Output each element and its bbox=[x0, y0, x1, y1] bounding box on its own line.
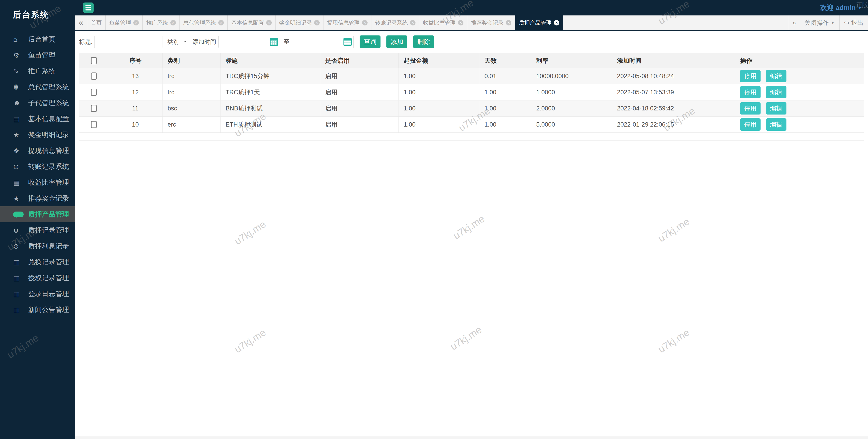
tab-close-icon[interactable]: ✕ bbox=[314, 20, 320, 25]
add-button[interactable]: 添加 bbox=[386, 35, 407, 48]
sidebar-item-pledge-products[interactable]: 质押产品管理 bbox=[0, 206, 75, 222]
edit-button[interactable]: 编辑 bbox=[766, 102, 786, 115]
sidebar-item-fry-management[interactable]: ⚙ 鱼苗管理 bbox=[0, 47, 75, 63]
sidebar-item-authorization-records[interactable]: ▥ 授权记录管理 bbox=[0, 270, 75, 286]
cell-category: trc bbox=[162, 84, 221, 100]
tab-withdrawal-info[interactable]: 提现信息管理 ✕ bbox=[323, 16, 371, 30]
tab-bar-spacer bbox=[563, 16, 789, 30]
cell-title: BNB质押测试 bbox=[221, 100, 320, 117]
sidebar-item-label: 新闻公告管理 bbox=[28, 305, 69, 315]
date-from-input[interactable] bbox=[219, 36, 267, 48]
sidebar-item-exchange-records[interactable]: ▥ 兑换记录管理 bbox=[0, 254, 75, 270]
main-content: 标题: 类别 添加时间 至 查询 添加 删除 bbox=[75, 31, 868, 439]
tab-close-icon[interactable]: ✕ bbox=[410, 20, 415, 25]
cell-rate: 10000.0000 bbox=[531, 68, 612, 84]
select-all-checkbox[interactable] bbox=[91, 57, 97, 64]
tab-close-icon[interactable]: ✕ bbox=[458, 20, 463, 25]
column-header-enabled: 是否启用 bbox=[320, 53, 398, 68]
stop-button[interactable]: 停用 bbox=[740, 118, 761, 131]
calendar-icon[interactable] bbox=[343, 38, 352, 46]
menu-toggle-button[interactable] bbox=[83, 2, 94, 13]
tab-basic-info-config[interactable]: 基本信息配置 ✕ bbox=[228, 16, 276, 30]
edit-button[interactable]: 编辑 bbox=[766, 118, 786, 131]
sidebar-item-referral-bonus[interactable]: ★ 推荐奖金记录 bbox=[0, 191, 75, 206]
tab-close-icon[interactable]: ✕ bbox=[362, 20, 368, 25]
filter-toolbar: 标题: 类别 添加时间 至 查询 添加 删除 bbox=[79, 35, 864, 49]
sidebar-item-profit-ratio[interactable]: ▦ 收益比率管理 bbox=[0, 175, 75, 191]
query-button[interactable]: 查询 bbox=[360, 35, 380, 48]
sidebar-item-basic-info-config[interactable]: ▤ 基本信息配置 bbox=[0, 111, 75, 127]
logout-button[interactable]: ↪ 退出 bbox=[839, 16, 868, 30]
sidebar-item-withdrawal-info[interactable]: ❖ 提现信息管理 bbox=[0, 143, 75, 158]
cell-rate: 2.0000 bbox=[531, 100, 612, 117]
tab-close-icon[interactable]: ✕ bbox=[218, 20, 224, 25]
tab-promotion-system[interactable]: 推广系统 ✕ bbox=[143, 16, 180, 30]
sidebar-item-label: 基本信息配置 bbox=[28, 114, 69, 124]
tab-fry-management[interactable]: 鱼苗管理 ✕ bbox=[105, 16, 143, 30]
sidebar-item-label: 收益比率管理 bbox=[28, 178, 69, 187]
row-checkbox[interactable] bbox=[91, 121, 97, 128]
date-to-input[interactable] bbox=[292, 36, 341, 48]
cell-days: 1.00 bbox=[479, 117, 531, 133]
tab-close-icon[interactable]: ✕ bbox=[506, 20, 512, 25]
sidebar-item-bonus-detail-records[interactable]: ★ 奖金明细记录 bbox=[0, 127, 75, 143]
sidebar-item-pledge-records[interactable]: ∪ 质押记录管理 bbox=[0, 222, 75, 238]
tab-label: 收益比率管理 bbox=[423, 19, 456, 26]
sidebar-item-news-announcements[interactable]: ▥ 新闻公告管理 bbox=[0, 302, 75, 318]
edit-button[interactable]: 编辑 bbox=[766, 86, 786, 98]
book-icon: ▥ bbox=[13, 274, 24, 282]
scroll-tabs-right-button[interactable]: » bbox=[789, 16, 800, 30]
user-menu[interactable]: 欢迎 admin ▼ bbox=[820, 0, 862, 16]
close-operations-dropdown[interactable]: 关闭操作 ▼ bbox=[800, 16, 839, 30]
tab-close-icon[interactable]: ✕ bbox=[133, 20, 139, 25]
sidebar-item-login-logs[interactable]: ▥ 登录日志管理 bbox=[0, 286, 75, 302]
double-right-chevron-icon: » bbox=[793, 19, 796, 26]
book-icon: ▥ bbox=[13, 290, 24, 298]
sidebar-item-label: 推荐奖金记录 bbox=[28, 194, 69, 203]
tab-close-icon[interactable]: ✕ bbox=[266, 20, 272, 25]
app-logo: 后台系统 bbox=[0, 0, 75, 21]
category-select[interactable]: 类别 bbox=[166, 36, 187, 48]
cell-rate: 1.0000 bbox=[531, 84, 612, 100]
tag-icon: ❖ bbox=[13, 147, 24, 155]
stop-button[interactable]: 停用 bbox=[740, 86, 761, 98]
sidebar-item-sub-agent-system[interactable]: ☻ 子代管理系统 bbox=[0, 95, 75, 111]
tab-close-icon[interactable]: ✕ bbox=[170, 20, 176, 25]
tab-general-agent-system[interactable]: 总代管理系统 ✕ bbox=[180, 16, 228, 30]
delete-button[interactable]: 删除 bbox=[413, 35, 434, 48]
edit-button[interactable]: 编辑 bbox=[766, 70, 786, 82]
tab-referral-bonus[interactable]: 推荐奖金记录 ✕ bbox=[467, 16, 515, 30]
sidebar-item-label: 质押记录管理 bbox=[28, 226, 69, 235]
scroll-tabs-left-button[interactable]: « bbox=[75, 16, 87, 30]
tab-pledge-products[interactable]: 质押产品管理 ✕ bbox=[515, 16, 563, 30]
tab-home[interactable]: 首页 bbox=[87, 16, 105, 30]
sidebar-item-home[interactable]: ⌂ 后台首页 bbox=[0, 31, 75, 47]
title-filter-input[interactable] bbox=[94, 36, 162, 48]
cell-seq: 13 bbox=[108, 68, 162, 84]
cell-title: ETH质押测试 bbox=[221, 117, 320, 133]
power-icon: ⊙ bbox=[13, 163, 24, 171]
tab-profit-ratio[interactable]: 收益比率管理 ✕ bbox=[420, 16, 467, 30]
title-filter-label: 标题: bbox=[79, 38, 92, 46]
sidebar-item-transfer-records[interactable]: ⊙ 转账记录系统 bbox=[0, 158, 75, 175]
row-checkbox[interactable] bbox=[91, 89, 97, 96]
stop-button[interactable]: 停用 bbox=[740, 102, 761, 115]
cell-category: trc bbox=[162, 68, 221, 84]
sidebar-item-pledge-interest[interactable]: ⊙ 质押利息记录 bbox=[0, 238, 75, 254]
row-checkbox[interactable] bbox=[91, 72, 97, 80]
tab-close-icon[interactable]: ✕ bbox=[554, 20, 559, 25]
sidebar-item-promotion-system[interactable]: ✎ 推广系统 bbox=[0, 63, 75, 79]
magnet-icon: ∪ bbox=[13, 226, 24, 234]
tab-bonus-detail-records[interactable]: 奖金明细记录 ✕ bbox=[276, 16, 323, 30]
cell-added-time: 2022-04-18 02:59:42 bbox=[612, 100, 735, 117]
stop-button[interactable]: 停用 bbox=[740, 70, 761, 82]
calendar-icon: ▦ bbox=[13, 179, 24, 186]
sidebar-item-general-agent-system[interactable]: ✱ 总代管理系统 bbox=[0, 79, 75, 95]
tab-bar: « 首页 鱼苗管理 ✕ 推广系统 ✕ 总代管理系统 ✕ 基本信息配置 ✕ 奖金明… bbox=[75, 16, 868, 31]
calendar-icon[interactable] bbox=[270, 38, 278, 46]
cell-enabled: 启用 bbox=[320, 117, 398, 133]
tab-transfer-records[interactable]: 转账记录系统 ✕ bbox=[371, 16, 420, 30]
logout-label: 退出 bbox=[851, 19, 864, 27]
row-checkbox[interactable] bbox=[91, 105, 97, 112]
file-icon: ▤ bbox=[13, 115, 24, 123]
